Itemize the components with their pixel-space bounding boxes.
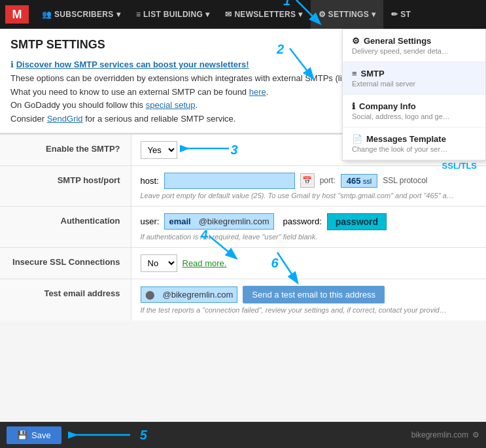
annotation-3: 3 — [231, 143, 238, 158]
info-text5: for a serious and reliable SMTP service. — [85, 114, 235, 124]
top-navigation: M 👥 SUBSCRIBERS ▾ ≡ LIST BUILDING ▾ ✉ NE… — [0, 0, 486, 29]
dropdown-general-settings[interactable]: ⚙ General Settings Delivery speed, sende… — [343, 29, 485, 62]
nav-settings[interactable]: ⚙ SETTINGS ▾ — [311, 0, 384, 29]
authentication-value: user: email @bikegremlin.com password: p… — [131, 206, 486, 247]
save-icon: 💾 — [17, 430, 27, 440]
newsletters-icon: ✉ — [225, 10, 232, 19]
send-test-email-button[interactable]: Send a test email to this address — [243, 286, 385, 303]
subscribers-caret: ▾ — [116, 10, 120, 19]
info-text3: On GoDaddy you should follow this — [10, 100, 143, 110]
smtp-host-port-value: SSL/TLS host: 📅 port: 465 ssl SSL protoc… — [131, 165, 486, 206]
password-label: password: — [283, 216, 322, 226]
test-email-label: Test email address — [0, 279, 131, 320]
save-button[interactable]: 💾 Save — [7, 426, 61, 444]
port-ssl-badge: 465 ssl — [341, 174, 378, 188]
port-label-text: port: — [320, 176, 336, 185]
settings-caret: ▾ — [372, 10, 375, 19]
user-email-suffix: @bikegremlin.com — [195, 214, 273, 229]
test-email-row: Test email address ⬤ @bikegremlin.com Se… — [0, 279, 486, 320]
insecure-ssl-row: Insecure SSL Connections No Yes Read mor… — [0, 247, 486, 279]
user-label: user: — [141, 216, 160, 226]
authentication-row: Authentication user: email @bikegremlin.… — [0, 206, 486, 247]
nav-subscribers[interactable]: 👥 SUBSCRIBERS ▾ — [34, 0, 128, 29]
test-email-value: ⬤ @bikegremlin.com Send a test email to … — [131, 279, 486, 320]
insecure-ssl-label: Insecure SSL Connections — [0, 247, 131, 279]
test-prefix-dot: ⬤ — [141, 287, 159, 302]
annotation-6: 6 — [271, 256, 278, 270]
bottom-bar: 💾 Save 5 bikegremlin.com ⚙ — [0, 422, 486, 448]
info-icon: ℹ — [10, 60, 14, 69]
user-email-value: email — [165, 214, 194, 229]
dropdown-company-info[interactable]: ℹ Company Info Social, address, logo and… — [343, 95, 485, 128]
gear-icon: ⚙ — [472, 430, 479, 439]
password-value: password — [336, 216, 378, 227]
read-more-link[interactable]: Read more. — [182, 258, 227, 268]
host-input[interactable] — [164, 173, 295, 189]
dropdown-messages-template[interactable]: 📄 Messages Template Change the look of y… — [343, 128, 485, 160]
info-main-link[interactable]: Discover how SMTP services can boost you… — [16, 60, 249, 69]
company-info-icon: ℹ — [352, 101, 355, 111]
info-text2: What you need to know to use an external… — [10, 87, 247, 97]
insecure-ssl-value: No Yes Read more. 6 — [131, 247, 486, 279]
logo[interactable]: M — [5, 5, 29, 24]
annotation-5: 5 — [140, 428, 147, 443]
st-icon: ✏ — [391, 10, 398, 19]
nav-list-building[interactable]: ≡ LIST BUILDING ▾ — [128, 0, 218, 29]
dropdown-smtp[interactable]: ≡ SMTP External mail server — [343, 62, 485, 95]
bottom-brand: bikegremlin.com ⚙ — [411, 430, 479, 439]
info-text1: These options can be overridden by exten… — [10, 73, 369, 83]
test-email-suffix: @bikegremlin.com — [159, 287, 237, 302]
smtp-icon: ≡ — [352, 69, 357, 78]
nav-st[interactable]: ✏ ST — [383, 0, 419, 29]
sendgrid-link[interactable]: SendGrid — [47, 114, 83, 124]
general-settings-icon: ⚙ — [352, 36, 360, 46]
smtp-host-port-label: SMTP host/port — [0, 165, 131, 206]
here-link[interactable]: here — [249, 87, 266, 97]
calendar-icon[interactable]: 📅 — [300, 173, 315, 188]
insecure-ssl-select[interactable]: No Yes — [141, 254, 177, 272]
ssl-tls-label: SSL/TLS — [442, 161, 477, 171]
host-label-text: host: — [141, 176, 159, 186]
smtp-host-port-row: SMTP host/port SSL/TLS host: 📅 port: 465… — [0, 165, 486, 206]
settings-section: Enable the SMTP? Yes No 3 SMTP — [0, 134, 486, 320]
svg-line-4 — [277, 252, 297, 282]
enable-smtp-select[interactable]: Yes No — [141, 141, 177, 159]
auth-hint: If authentication is not required, leave… — [141, 233, 477, 241]
newsletters-caret: ▾ — [298, 10, 302, 19]
logo-letter: M — [12, 8, 22, 22]
nav-newsletters[interactable]: ✉ NEWSLETTERS ▾ — [217, 0, 310, 29]
list-building-caret: ▾ — [205, 10, 209, 19]
authentication-label: Authentication — [0, 206, 131, 247]
list-building-icon: ≡ — [136, 10, 141, 19]
info-text4: Consider — [10, 114, 44, 124]
special-setup-link[interactable]: special setup — [146, 100, 196, 110]
port-hint: Leave port empty for default value (25).… — [141, 192, 477, 199]
settings-table: Enable the SMTP? Yes No 3 SMTP — [0, 134, 486, 320]
test-email-hint: If the test reports a "connection failed… — [141, 306, 477, 314]
messages-template-icon: 📄 — [352, 134, 362, 144]
enable-smtp-label: Enable the SMTP? — [0, 134, 131, 165]
settings-dropdown: ⚙ General Settings Delivery speed, sende… — [342, 29, 486, 161]
ssl-protocol-label: SSL protocol — [383, 176, 427, 185]
settings-icon: ⚙ — [319, 10, 326, 19]
subscribers-icon: 👥 — [42, 10, 52, 19]
